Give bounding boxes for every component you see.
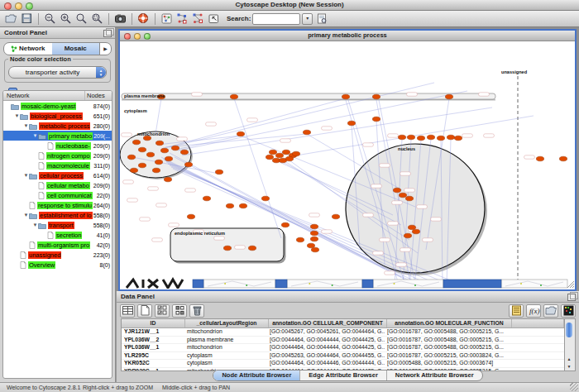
graph-node[interactable]	[248, 246, 256, 251]
cell[interactable]: YPL036W__1	[122, 344, 184, 351]
zoom-fit-icon[interactable]	[74, 12, 89, 26]
graph-node[interactable]	[307, 243, 314, 248]
graph-node[interactable]	[138, 163, 146, 168]
zoom-in-icon[interactable]	[58, 12, 74, 26]
graph-node[interactable]	[164, 177, 171, 182]
cell[interactable]: YPL036W__2	[122, 337, 184, 344]
table-row-YJR121W__1[interactable]: YJR121W__1mitochondrion[GO:0045267, GO:0…	[122, 328, 564, 337]
graph-node[interactable]	[310, 231, 318, 236]
graph-node[interactable]	[342, 94, 349, 99]
graph-node[interactable]	[152, 168, 160, 173]
graph-node[interactable]	[437, 136, 444, 141]
tree-row-cellular-process[interactable]: ▼cellular process614(0)	[3, 170, 112, 180]
graph-node[interactable]	[160, 148, 168, 153]
minimize-window-button[interactable]	[15, 2, 22, 10]
graph-node[interactable]	[171, 146, 179, 151]
expander-icon[interactable]: ▼	[23, 123, 29, 128]
column-header-1[interactable]: _cellularLayoutRegion	[185, 319, 269, 327]
cell[interactable]: [GO:0016787, GO:0005488, GO:0005215, G..…	[385, 337, 509, 344]
graph-node[interactable]	[215, 170, 223, 174]
select-attributes-icon[interactable]	[155, 304, 170, 318]
cell[interactable]: [GO:0045263, GO:0044464, GO:0044455, G..…	[267, 352, 385, 360]
open-icon[interactable]	[3, 12, 19, 26]
scroll-up-arrow[interactable]: ▲	[565, 356, 573, 363]
tree-row-overview[interactable]: Overview8(0)	[3, 260, 112, 270]
table-row-YKR052C[interactable]: YKR052Ccytoplasm[GO:0044464, GO:0044446,…	[122, 360, 564, 368]
graph-node[interactable]	[132, 140, 140, 145]
cell[interactable]: [GO:0005488, GO:0005215, GO:0003674]	[385, 360, 509, 367]
graph-node[interactable]	[269, 150, 276, 155]
layout-b-icon[interactable]	[190, 12, 206, 26]
graph-node[interactable]	[536, 156, 543, 161]
expander-icon[interactable]: ▼	[14, 113, 20, 118]
tree-row-macromolecule[interactable]: macromolecule311(0)	[3, 160, 112, 170]
graph-node[interactable]	[155, 160, 162, 165]
zoom-region-icon[interactable]	[89, 12, 105, 26]
tree-row-secretion[interactable]: secretion41(0)	[3, 230, 112, 240]
zoom-window-button[interactable]	[26, 2, 33, 10]
network-graph[interactable]: plasma membranecytoplasmmitochondrionnuc…	[120, 41, 575, 289]
cell[interactable]: [GO:0044464, GO:0044444, GO:0044425, G..…	[267, 344, 385, 351]
matrix-view-icon[interactable]	[561, 304, 576, 318]
tree-row-nucleobase-[interactable]: nucleobase-209(0)	[3, 141, 112, 151]
tree-row-metabolic-process[interactable]: ▼metabolic process280(0)	[3, 121, 112, 131]
cell[interactable]: cytoplasm	[184, 360, 267, 367]
column-header-2[interactable]: annotation.GO CELLULAR_COMPONENT	[269, 319, 387, 327]
graph-node[interactable]	[180, 150, 188, 155]
table-row-YPL036W__2[interactable]: YPL036W__2plasma membrane[GO:0044464, GO…	[122, 337, 564, 345]
snapshot-icon[interactable]	[112, 12, 128, 26]
graph-node[interactable]	[127, 155, 135, 160]
graph-node[interactable]	[398, 135, 405, 140]
attribute-matrix-icon[interactable]	[172, 304, 187, 318]
graph-node[interactable]	[454, 136, 462, 141]
graph-node[interactable]	[239, 203, 246, 208]
attribute-list-icon[interactable]	[509, 304, 524, 318]
cell[interactable]: [GO:0044464, GO:0044444, GO:0044425, G..…	[267, 337, 385, 344]
expander-icon[interactable]: ▼	[23, 213, 29, 218]
tree-row-cell-communicat[interactable]: cell communicat22(0)	[3, 190, 112, 200]
network-window-titlebar[interactable]: primary metabolic process	[120, 31, 575, 41]
graph-node[interactable]	[266, 155, 273, 160]
close-window-button[interactable]	[4, 2, 12, 10]
layout-a-icon[interactable]	[175, 12, 190, 26]
graph-node[interactable]	[184, 162, 192, 167]
float-panel-icon[interactable]	[103, 30, 112, 37]
function-builder-icon[interactable]: f(x)	[526, 304, 541, 318]
help-icon[interactable]	[136, 12, 151, 26]
graph-node[interactable]	[143, 136, 151, 141]
import-attributes-icon[interactable]	[543, 304, 558, 318]
network-canvas[interactable]: plasma membranecytoplasmmitochondrionnuc…	[120, 41, 575, 289]
minimize-network-button[interactable]	[134, 33, 141, 40]
expander-icon[interactable]: ▼	[32, 133, 38, 138]
vizmapper-icon[interactable]	[159, 12, 175, 26]
cell[interactable]: YKR052C	[122, 360, 184, 367]
tree-row-multi-organism-pro[interactable]: multi-organism pro42(0)	[3, 240, 112, 250]
graph-node[interactable]	[296, 237, 304, 242]
graph-node[interactable]	[230, 94, 237, 99]
graph-node[interactable]	[408, 225, 415, 230]
tab-mosaic[interactable]: Mosaic	[52, 43, 100, 55]
graph-node[interactable]	[281, 222, 289, 227]
column-header-3[interactable]: annotation.GO MOLECULAR_FUNCTION	[387, 319, 512, 327]
graph-node[interactable]	[156, 141, 163, 146]
search-input[interactable]	[252, 13, 300, 25]
graph-node[interactable]	[187, 214, 194, 219]
cell[interactable]: [GO:0045267, GO:0045261, GO:0044464, G..…	[267, 328, 385, 336]
tree-row-primary-metabo[interactable]: ▼primary metabo209(...	[3, 131, 112, 141]
tree-row-nitrogen-compo[interactable]: nitrogen compo209(0)	[3, 151, 112, 160]
column-header-0[interactable]: ID	[122, 319, 185, 327]
new-attribute-icon[interactable]	[137, 304, 152, 318]
graph-node[interactable]	[292, 151, 299, 156]
annotate-icon[interactable]	[206, 12, 222, 26]
tree-row-mosaic-demo-yeast[interactable]: mosaic-demo-yeast874(0)	[3, 101, 112, 111]
graph-node[interactable]	[404, 233, 411, 238]
tab-node-attribute-browser[interactable]: Node Attribute Browser	[213, 370, 300, 380]
tree-column-nodes[interactable]: Nodes	[85, 91, 112, 100]
close-network-button[interactable]	[124, 33, 131, 40]
save-icon[interactable]	[19, 12, 35, 26]
graph-node[interactable]	[310, 237, 318, 241]
resize-grip[interactable]	[570, 383, 578, 391]
search-options-icon[interactable]	[314, 12, 330, 26]
float-data-panel-icon[interactable]	[567, 294, 576, 301]
graph-edge[interactable]	[156, 98, 161, 134]
